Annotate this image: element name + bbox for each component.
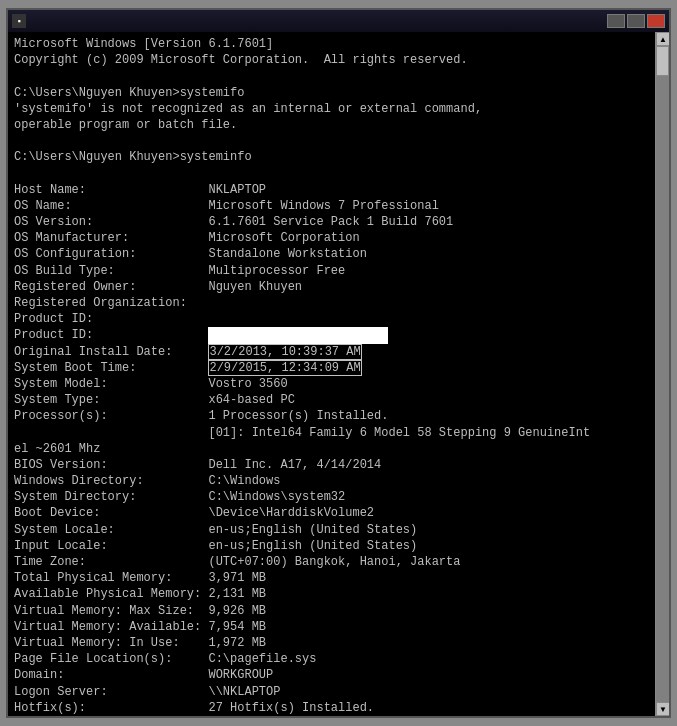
titlebar-buttons [607, 14, 665, 28]
scrollbar[interactable]: ▲ ▼ [655, 32, 669, 716]
close-button[interactable] [647, 14, 665, 28]
terminal-output[interactable]: Microsoft Windows [Version 6.1.7601] Cop… [8, 32, 655, 716]
scroll-thumb[interactable] [656, 46, 669, 76]
scroll-down-arrow[interactable]: ▼ [656, 702, 669, 716]
cmd-window: ▪ Microsoft Windows [Version 6.1.7601] C… [6, 8, 671, 718]
maximize-button[interactable] [627, 14, 645, 28]
titlebar: ▪ [8, 10, 669, 32]
content-area: Microsoft Windows [Version 6.1.7601] Cop… [8, 32, 669, 716]
scroll-track[interactable] [656, 46, 669, 702]
titlebar-left: ▪ [12, 14, 30, 28]
minimize-button[interactable] [607, 14, 625, 28]
cmd-icon: ▪ [12, 14, 26, 28]
scroll-up-arrow[interactable]: ▲ [656, 32, 669, 46]
